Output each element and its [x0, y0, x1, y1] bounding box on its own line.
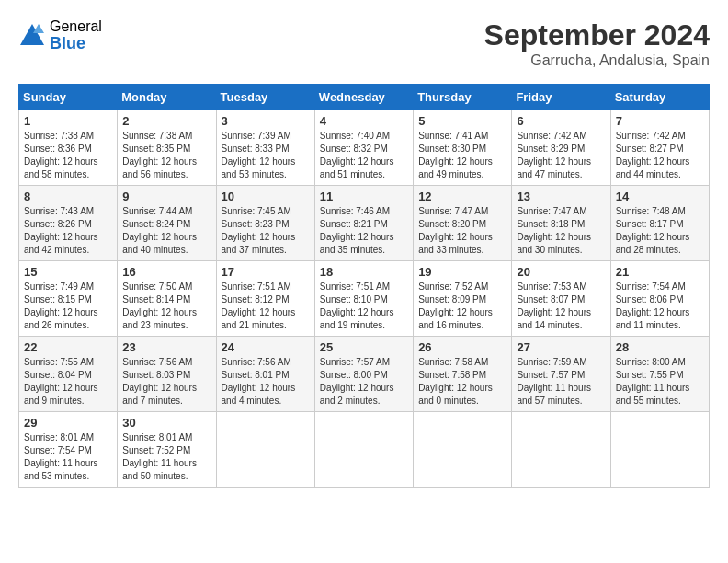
day-number: 27	[517, 340, 605, 354]
day-info: Sunrise: 7:56 AMSunset: 8:03 PMDaylight:…	[122, 357, 197, 406]
day-info: Sunrise: 7:47 AMSunset: 8:20 PMDaylight:…	[418, 206, 493, 255]
weekday-header: Wednesday	[314, 85, 413, 110]
day-number: 25	[320, 340, 408, 354]
weekday-header: Friday	[512, 85, 610, 110]
day-info: Sunrise: 7:42 AMSunset: 8:27 PMDaylight:…	[616, 131, 690, 179]
day-info: Sunrise: 7:47 AMSunset: 8:18 PMDaylight:…	[517, 206, 591, 255]
day-info: Sunrise: 7:59 AMSunset: 7:57 PMDaylight:…	[517, 357, 591, 406]
calendar-day-cell: 13 Sunrise: 7:47 AMSunset: 8:18 PMDaylig…	[512, 186, 610, 261]
day-number: 22	[24, 340, 112, 354]
calendar-week-row: 29 Sunrise: 8:01 AMSunset: 7:54 PMDaylig…	[19, 412, 710, 488]
day-info: Sunrise: 7:51 AMSunset: 8:10 PMDaylight:…	[320, 282, 394, 330]
day-number: 11	[320, 190, 408, 203]
day-info: Sunrise: 8:01 AMSunset: 7:54 PMDaylight:…	[24, 432, 98, 481]
page-header: General Blue September 2024 Garrucha, An…	[18, 18, 710, 69]
day-number: 1	[24, 114, 112, 128]
day-number: 4	[320, 114, 408, 128]
calendar-day-cell: 30 Sunrise: 8:01 AMSunset: 7:52 PMDaylig…	[118, 412, 216, 488]
day-number: 2	[122, 114, 210, 128]
day-number: 15	[24, 265, 112, 279]
day-info: Sunrise: 7:39 AMSunset: 8:33 PMDaylight:…	[222, 131, 296, 179]
day-number: 14	[616, 190, 704, 203]
calendar-day-cell: 5 Sunrise: 7:41 AMSunset: 8:30 PMDayligh…	[414, 110, 512, 186]
month-title: September 2024	[484, 18, 710, 52]
day-info: Sunrise: 7:42 AMSunset: 8:29 PMDaylight:…	[517, 131, 591, 179]
calendar-day-cell: 20 Sunrise: 7:53 AMSunset: 8:07 PMDaylig…	[512, 261, 610, 337]
day-number: 24	[222, 340, 310, 354]
day-info: Sunrise: 8:00 AMSunset: 7:55 PMDaylight:…	[616, 357, 690, 406]
day-info: Sunrise: 8:01 AMSunset: 7:52 PMDaylight:…	[122, 432, 197, 481]
calendar-day-cell: 6 Sunrise: 7:42 AMSunset: 8:29 PMDayligh…	[512, 110, 610, 186]
day-info: Sunrise: 7:45 AMSunset: 8:23 PMDaylight:…	[222, 206, 296, 255]
day-number: 19	[418, 265, 506, 279]
logo-general: General	[50, 18, 102, 35]
day-info: Sunrise: 7:43 AMSunset: 8:26 PMDaylight:…	[24, 206, 98, 255]
day-info: Sunrise: 7:56 AMSunset: 8:01 PMDaylight:…	[222, 357, 296, 406]
calendar-day-cell: 24 Sunrise: 7:56 AMSunset: 8:01 PMDaylig…	[216, 337, 314, 412]
weekday-header: Saturday	[610, 85, 709, 110]
day-info: Sunrise: 7:38 AMSunset: 8:36 PMDaylight:…	[24, 131, 98, 179]
calendar-header-row: SundayMondayTuesdayWednesdayThursdayFrid…	[19, 85, 710, 110]
weekday-header: Monday	[118, 85, 216, 110]
calendar-day-cell: 29 Sunrise: 8:01 AMSunset: 7:54 PMDaylig…	[19, 412, 118, 488]
calendar-week-row: 8 Sunrise: 7:43 AMSunset: 8:26 PMDayligh…	[19, 186, 710, 261]
calendar-day-cell: 26 Sunrise: 7:58 AMSunset: 7:58 PMDaylig…	[414, 337, 512, 412]
calendar-week-row: 15 Sunrise: 7:49 AMSunset: 8:15 PMDaylig…	[19, 261, 710, 337]
day-number: 21	[616, 265, 704, 279]
day-number: 10	[222, 190, 310, 203]
day-number: 3	[222, 114, 310, 128]
svg-marker-0	[20, 24, 44, 45]
day-info: Sunrise: 7:46 AMSunset: 8:21 PMDaylight:…	[320, 206, 394, 255]
calendar-day-cell: 2 Sunrise: 7:38 AMSunset: 8:35 PMDayligh…	[118, 110, 216, 186]
calendar-day-cell: 22 Sunrise: 7:55 AMSunset: 8:04 PMDaylig…	[19, 337, 118, 412]
calendar-day-cell: 15 Sunrise: 7:49 AMSunset: 8:15 PMDaylig…	[19, 261, 118, 337]
calendar-day-cell: 10 Sunrise: 7:45 AMSunset: 8:23 PMDaylig…	[216, 186, 314, 261]
day-info: Sunrise: 7:53 AMSunset: 8:07 PMDaylight:…	[517, 282, 591, 330]
calendar-week-row: 1 Sunrise: 7:38 AMSunset: 8:36 PMDayligh…	[19, 110, 710, 186]
day-number: 26	[418, 340, 506, 354]
calendar-day-cell: 27 Sunrise: 7:59 AMSunset: 7:57 PMDaylig…	[512, 337, 610, 412]
day-number: 29	[24, 416, 112, 430]
day-number: 8	[24, 190, 112, 203]
calendar-day-cell	[314, 412, 413, 488]
day-info: Sunrise: 7:52 AMSunset: 8:09 PMDaylight:…	[418, 282, 493, 330]
calendar-day-cell	[414, 412, 512, 488]
title-block: September 2024 Garrucha, Andalusia, Spai…	[484, 18, 710, 69]
calendar-day-cell: 14 Sunrise: 7:48 AMSunset: 8:17 PMDaylig…	[610, 186, 709, 261]
calendar-day-cell: 7 Sunrise: 7:42 AMSunset: 8:27 PMDayligh…	[610, 110, 709, 186]
logo: General Blue	[18, 18, 102, 52]
day-info: Sunrise: 7:58 AMSunset: 7:58 PMDaylight:…	[418, 357, 493, 406]
calendar-day-cell	[216, 412, 314, 488]
weekday-header: Sunday	[19, 85, 118, 110]
day-number: 17	[222, 265, 310, 279]
day-info: Sunrise: 7:51 AMSunset: 8:12 PMDaylight:…	[222, 282, 296, 330]
calendar-day-cell: 4 Sunrise: 7:40 AMSunset: 8:32 PMDayligh…	[314, 110, 413, 186]
day-number: 23	[122, 340, 210, 354]
calendar-day-cell: 19 Sunrise: 7:52 AMSunset: 8:09 PMDaylig…	[414, 261, 512, 337]
day-number: 6	[517, 114, 605, 128]
calendar-table: SundayMondayTuesdayWednesdayThursdayFrid…	[18, 84, 710, 488]
day-info: Sunrise: 7:50 AMSunset: 8:14 PMDaylight:…	[122, 282, 197, 330]
day-info: Sunrise: 7:40 AMSunset: 8:32 PMDaylight:…	[320, 131, 394, 179]
calendar-day-cell: 17 Sunrise: 7:51 AMSunset: 8:12 PMDaylig…	[216, 261, 314, 337]
day-number: 12	[418, 190, 506, 203]
day-number: 20	[517, 265, 605, 279]
calendar-day-cell: 21 Sunrise: 7:54 AMSunset: 8:06 PMDaylig…	[610, 261, 709, 337]
day-info: Sunrise: 7:41 AMSunset: 8:30 PMDaylight:…	[418, 131, 493, 179]
day-number: 7	[616, 114, 704, 128]
calendar-day-cell: 25 Sunrise: 7:57 AMSunset: 8:00 PMDaylig…	[314, 337, 413, 412]
calendar-day-cell: 12 Sunrise: 7:47 AMSunset: 8:20 PMDaylig…	[414, 186, 512, 261]
day-info: Sunrise: 7:49 AMSunset: 8:15 PMDaylight:…	[24, 282, 98, 330]
location-title: Garrucha, Andalusia, Spain	[484, 52, 710, 69]
calendar-day-cell: 9 Sunrise: 7:44 AMSunset: 8:24 PMDayligh…	[118, 186, 216, 261]
day-info: Sunrise: 7:48 AMSunset: 8:17 PMDaylight:…	[616, 206, 690, 255]
day-info: Sunrise: 7:44 AMSunset: 8:24 PMDaylight:…	[122, 206, 197, 255]
calendar-day-cell: 11 Sunrise: 7:46 AMSunset: 8:21 PMDaylig…	[314, 186, 413, 261]
calendar-day-cell: 16 Sunrise: 7:50 AMSunset: 8:14 PMDaylig…	[118, 261, 216, 337]
calendar-day-cell: 8 Sunrise: 7:43 AMSunset: 8:26 PMDayligh…	[19, 186, 118, 261]
calendar-day-cell: 1 Sunrise: 7:38 AMSunset: 8:36 PMDayligh…	[19, 110, 118, 186]
day-number: 9	[122, 190, 210, 203]
calendar-week-row: 22 Sunrise: 7:55 AMSunset: 8:04 PMDaylig…	[19, 337, 710, 412]
weekday-header: Tuesday	[216, 85, 314, 110]
calendar-day-cell: 23 Sunrise: 7:56 AMSunset: 8:03 PMDaylig…	[118, 337, 216, 412]
